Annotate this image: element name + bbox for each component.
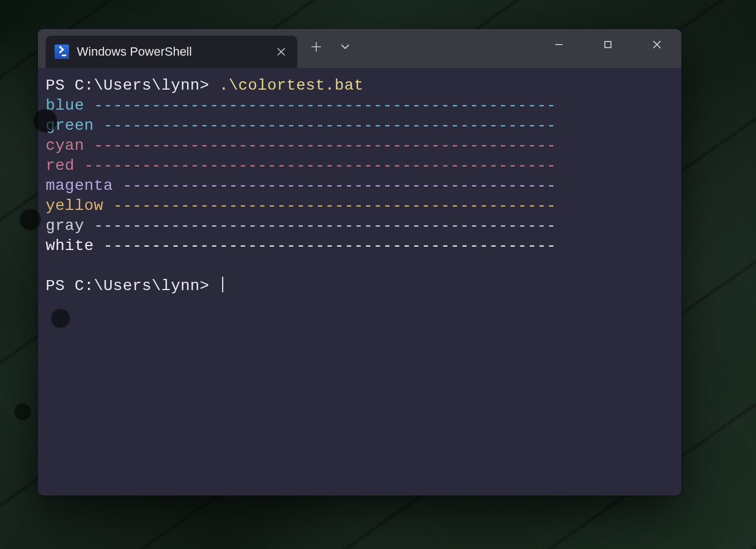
color-label: cyan xyxy=(46,137,94,154)
tab-actions xyxy=(297,29,361,68)
minimize-icon xyxy=(554,40,563,49)
terminal-line: gray -----------------------------------… xyxy=(46,216,674,236)
terminal-line: white ----------------------------------… xyxy=(46,236,674,256)
color-label: red xyxy=(46,157,84,174)
powershell-icon xyxy=(55,45,69,59)
terminal-line: PS C:\Users\lynn> .\colortest.bat xyxy=(46,76,674,96)
close-icon xyxy=(277,48,285,56)
color-label: gray xyxy=(46,217,94,234)
terminal-pane[interactable]: PS C:\Users\lynn> .\colortest.batblue --… xyxy=(38,68,681,496)
color-dashes: ----------------------------------------… xyxy=(122,177,556,194)
color-label: magenta xyxy=(46,177,122,194)
blank xyxy=(46,257,55,274)
color-dashes: ----------------------------------------… xyxy=(104,117,556,134)
tab-close-button[interactable] xyxy=(273,43,289,60)
color-dashes: ----------------------------------------… xyxy=(84,157,556,174)
new-tab-button[interactable] xyxy=(303,35,330,59)
terminal-line: blue -----------------------------------… xyxy=(46,96,674,116)
color-label: white xyxy=(46,237,104,254)
tab-strip: Windows PowerShell xyxy=(38,29,297,68)
color-dashes: ----------------------------------------… xyxy=(94,97,557,114)
cursor xyxy=(222,277,223,292)
tab-dropdown-button[interactable] xyxy=(332,35,359,59)
prompt: PS C:\Users\lynn> xyxy=(46,77,219,94)
terminal-window: Windows PowerShell xyxy=(38,29,681,496)
maximize-icon xyxy=(604,41,612,48)
terminal-line: red ------------------------------------… xyxy=(46,156,674,176)
terminal-line xyxy=(46,256,674,276)
tab-title: Windows PowerShell xyxy=(77,45,265,59)
terminal-line: green ----------------------------------… xyxy=(46,116,674,136)
terminal-line: yellow ---------------------------------… xyxy=(46,196,674,216)
color-dashes: ----------------------------------------… xyxy=(94,217,557,234)
color-dashes: ----------------------------------------… xyxy=(94,137,557,154)
color-label: blue xyxy=(46,97,94,114)
color-label: green xyxy=(46,117,104,134)
titlebar[interactable]: Windows PowerShell xyxy=(38,29,681,68)
maximize-button[interactable] xyxy=(583,29,632,60)
window-close-button[interactable] xyxy=(632,29,681,60)
command: .\colortest.bat xyxy=(219,77,364,94)
color-label: yellow xyxy=(46,197,113,214)
close-icon xyxy=(652,40,661,49)
chevron-down-icon xyxy=(340,42,350,52)
prompt: PS C:\Users\lynn> xyxy=(46,277,219,295)
svg-rect-0 xyxy=(605,42,611,48)
plus-icon xyxy=(311,42,321,52)
color-dashes: ----------------------------------------… xyxy=(104,237,556,254)
tab-powershell[interactable]: Windows PowerShell xyxy=(46,36,297,68)
minimize-button[interactable] xyxy=(534,29,583,60)
terminal-line: cyan -----------------------------------… xyxy=(46,136,674,156)
terminal-line: magenta --------------------------------… xyxy=(46,176,674,196)
terminal-line: PS C:\Users\lynn> xyxy=(46,276,674,296)
color-dashes: ----------------------------------------… xyxy=(113,197,556,214)
window-controls xyxy=(534,29,681,68)
